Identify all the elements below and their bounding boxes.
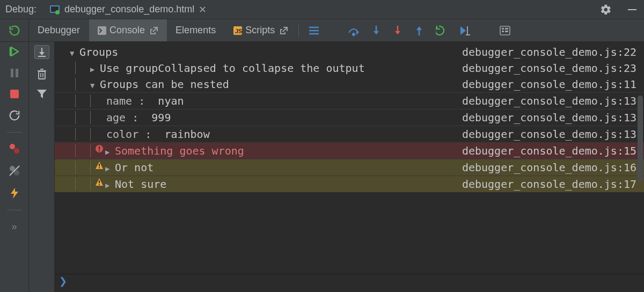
console-group[interactable]: Use groupCollapsed to collapse the outpu… [55,60,644,76]
log-value: 999 [151,111,171,124]
svg-rect-29 [16,69,18,77]
step-into-icon[interactable] [371,25,381,36]
svg-rect-50 [99,164,100,166]
chevron-down-icon[interactable] [90,78,100,91]
svg-rect-47 [99,147,100,150]
debug-toolbar: Debugger Console Elements JS Scripts [0,19,644,42]
more-icon[interactable]: » [11,221,17,232]
svg-rect-30 [10,90,19,98]
source-location[interactable]: debugger_console_demo.js:15 [462,144,636,157]
chevron-right-icon[interactable] [105,161,115,174]
gear-icon[interactable] [600,4,612,16]
debug-rail: » [0,42,29,292]
error-icon [93,144,105,153]
console-log: name : nyan debugger_console_demo.js:13 [55,92,644,109]
scrollbar[interactable] [638,96,643,181]
tab-scripts[interactable]: JS Scripts [225,19,296,41]
console-input[interactable] [55,274,644,292]
svg-marker-18 [460,26,466,35]
file-tab-name: debugger_console_demo.html [64,4,194,15]
chevron-down-icon[interactable] [70,46,79,59]
tab-debugger[interactable]: Debugger [29,19,89,41]
chevron-right-icon[interactable] [105,178,115,191]
show-frames-icon[interactable] [309,26,319,35]
view-breakpoints-icon[interactable] [9,143,20,154]
prompt-caret-icon [59,275,67,287]
svg-rect-23 [505,28,508,30]
error-message: Something goes wrong [115,144,462,157]
lightning-icon[interactable] [10,187,19,199]
close-tab-icon[interactable]: ✕ [199,4,207,16]
pause-icon[interactable] [10,68,19,78]
source-location[interactable]: debugger_console_demo.js:22 [462,46,636,59]
source-location[interactable]: debugger_console_demo.js:23 [462,62,636,75]
console-warning[interactable]: Not sure debugger_console_demo.js:17 [55,176,644,192]
html-file-icon [49,4,60,15]
chevron-right-icon[interactable] [105,144,115,157]
svg-point-10 [353,33,355,35]
filter-icon[interactable] [36,89,47,99]
source-location[interactable]: debugger_console_demo.js:13 [462,128,636,141]
svg-rect-40 [39,71,45,79]
log-key: color [106,128,138,141]
minimize-icon[interactable] [619,4,641,15]
console-log: age : 999 debugger_console_demo.js:13 [55,109,644,126]
console-error[interactable]: Something goes wrong debugger_console_de… [55,142,644,159]
console-group[interactable]: Groups can be nested debugger_console_de… [55,76,644,92]
console-group[interactable]: Groups debugger_console_demo.js:22 [55,44,644,60]
evaluate-expression-icon[interactable] [500,26,510,35]
svg-point-31 [10,144,15,149]
svg-marker-15 [395,31,400,34]
step-out-icon[interactable] [414,25,424,36]
warning-icon [93,178,105,186]
svg-rect-3 [628,9,636,10]
drop-frame-icon[interactable] [459,25,471,36]
log-value: nyan [158,94,184,107]
svg-rect-24 [502,31,504,32]
svg-marker-36 [11,188,18,199]
source-location[interactable]: debugger_console_demo.js:17 [462,178,636,191]
new-window-icon[interactable] [150,27,158,34]
console-log: color : rainbow debugger_console_demo.js… [55,126,644,142]
resume-icon[interactable] [9,46,20,57]
titlebar: Debug: debugger_console_demo.html ✕ [0,0,644,19]
force-step-into-icon[interactable] [393,25,402,36]
mute-breakpoints-icon[interactable] [9,165,20,177]
warning-message: Or not [115,161,462,174]
source-location[interactable]: debugger_console_demo.js:11 [462,78,636,91]
svg-rect-48 [99,150,100,151]
console-icon [98,26,106,35]
rerun-icon[interactable] [9,25,20,36]
tab-elements[interactable]: Elements [167,19,225,41]
svg-marker-17 [416,26,422,30]
console-output: Groups debugger_console_demo.js:22 Use g… [55,42,644,274]
svg-point-32 [14,148,19,154]
trash-icon[interactable] [37,69,47,79]
svg-marker-38 [39,52,45,55]
tab-label: Debugger [38,25,80,36]
console-warning[interactable]: Or not debugger_console_demo.js:16 [55,159,644,176]
svg-rect-54 [99,184,100,185]
svg-marker-26 [11,47,18,56]
tab-console[interactable]: Console [89,19,167,41]
tab-label: Elements [175,25,216,36]
debug-tabs: Debugger Console Elements JS Scripts [29,19,296,41]
source-location[interactable]: debugger_console_demo.js:13 [462,111,636,124]
group-label: Groups can be nested [100,78,462,91]
source-location[interactable]: debugger_console_demo.js:13 [462,94,636,107]
svg-rect-22 [502,28,504,30]
tab-label: Scripts [245,25,275,36]
chevron-right-icon[interactable] [90,62,100,75]
scroll-to-end-icon[interactable] [34,45,49,59]
stop-icon[interactable] [10,89,19,99]
tab-label: Console [109,25,145,36]
step-over-icon[interactable] [348,25,360,36]
file-tab[interactable]: debugger_console_demo.html ✕ [44,0,212,19]
restart-icon[interactable] [9,110,20,121]
svg-rect-51 [99,167,100,169]
warning-message: Not sure [115,178,462,191]
run-to-cursor-icon[interactable] [436,25,448,36]
new-window-icon[interactable] [280,27,288,34]
source-location[interactable]: debugger_console_demo.js:16 [462,161,636,174]
warning-icon [93,161,105,170]
